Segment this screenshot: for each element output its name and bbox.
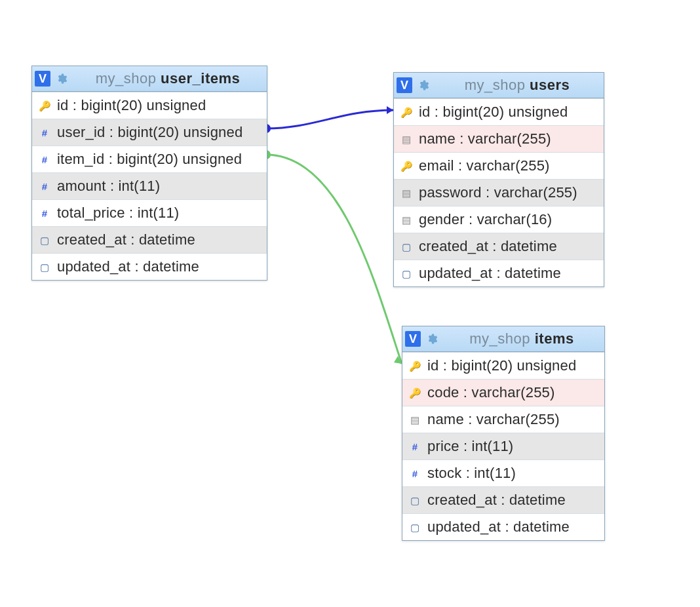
column-label: password : varchar(255): [419, 184, 577, 201]
column-id[interactable]: 🔑id : bigint(20) unsigned: [32, 92, 267, 119]
column-label: item_id : bigint(20) unsigned: [57, 151, 242, 168]
column-label: price : int(11): [427, 438, 513, 455]
date-icon: ▢: [39, 262, 50, 272]
date-icon: ▢: [39, 235, 50, 245]
table-title-user-items: my_shop user_items: [73, 70, 263, 87]
gear-icon[interactable]: [54, 71, 69, 86]
column-label: id : bigint(20) unsigned: [419, 104, 568, 121]
text-icon: ▤: [400, 215, 412, 225]
column-code[interactable]: 🔑code : varchar(255): [402, 379, 604, 406]
date-icon: ▢: [400, 269, 412, 279]
number-icon: #: [39, 155, 50, 165]
column-label: gender : varchar(16): [419, 211, 552, 228]
table-header-users[interactable]: V my_shop users: [394, 73, 604, 98]
date-icon: ▢: [409, 522, 421, 532]
table-user-items[interactable]: V my_shop user_items 🔑id : bigint(20) un…: [31, 66, 267, 281]
column-amount[interactable]: #amount : int(11): [32, 172, 267, 199]
text-icon: ▤: [400, 134, 412, 144]
date-icon: ▢: [409, 496, 421, 505]
text-icon: ▤: [400, 188, 412, 198]
key-icon: 🔑: [400, 108, 412, 117]
table-header-items[interactable]: V my_shop items: [402, 326, 604, 352]
view-badge-icon: V: [397, 77, 412, 93]
relation-user: [266, 110, 393, 128]
column-label: email : varchar(255): [419, 157, 550, 174]
key-icon: 🔑: [400, 161, 412, 171]
column-stock[interactable]: #stock : int(11): [402, 460, 604, 486]
column-label: id : bigint(20) unsigned: [427, 357, 576, 374]
column-label: code : varchar(255): [427, 384, 555, 401]
column-gender[interactable]: ▤gender : varchar(16): [394, 206, 604, 233]
column-updated-at[interactable]: ▢updated_at : datetime: [402, 513, 604, 540]
column-updated-at[interactable]: ▢updated_at : datetime: [32, 253, 267, 280]
key-icon: 🔑: [409, 388, 421, 398]
column-label: updated_at : datetime: [419, 265, 561, 282]
relation-item-arrow: [394, 356, 402, 364]
column-label: user_id : bigint(20) unsigned: [57, 124, 243, 141]
gear-icon[interactable]: [425, 332, 439, 346]
column-id[interactable]: 🔑id : bigint(20) unsigned: [394, 98, 604, 125]
column-name[interactable]: ▤name : varchar(255): [402, 406, 604, 433]
relation-user-arrow: [387, 106, 393, 114]
gear-icon[interactable]: [416, 78, 431, 92]
column-label: created_at : datetime: [419, 238, 557, 255]
column-id[interactable]: 🔑id : bigint(20) unsigned: [402, 352, 604, 379]
column-created-at[interactable]: ▢created_at : datetime: [32, 226, 267, 253]
column-user-id[interactable]: #user_id : bigint(20) unsigned: [32, 119, 267, 146]
number-icon: #: [39, 208, 50, 218]
number-icon: #: [39, 128, 50, 138]
column-total-price[interactable]: #total_price : int(11): [32, 199, 267, 226]
column-created-at[interactable]: ▢created_at : datetime: [402, 486, 604, 513]
number-icon: #: [409, 469, 421, 479]
table-items[interactable]: V my_shop items 🔑id : bigint(20) unsigne…: [402, 326, 605, 541]
column-label: created_at : datetime: [427, 492, 566, 509]
column-created-at[interactable]: ▢created_at : datetime: [394, 233, 604, 260]
view-badge-icon: V: [405, 331, 421, 347]
column-password[interactable]: ▤password : varchar(255): [394, 179, 604, 206]
column-label: amount : int(11): [57, 178, 160, 195]
column-label: updated_at : datetime: [427, 519, 570, 536]
table-header-user-items[interactable]: V my_shop user_items: [32, 66, 267, 92]
number-icon: #: [39, 182, 50, 191]
column-label: name : varchar(255): [419, 130, 551, 147]
key-icon: 🔑: [39, 101, 50, 111]
number-icon: #: [409, 442, 421, 452]
column-label: stock : int(11): [427, 465, 516, 482]
column-item-id[interactable]: #item_id : bigint(20) unsigned: [32, 146, 267, 172]
column-label: created_at : datetime: [57, 231, 195, 248]
relation-item: [266, 155, 402, 364]
date-icon: ▢: [400, 242, 412, 252]
column-label: id : bigint(20) unsigned: [57, 97, 206, 114]
view-badge-icon: V: [35, 71, 50, 87]
table-users[interactable]: V my_shop users 🔑id : bigint(20) unsigne…: [393, 72, 604, 287]
table-title-users: my_shop users: [435, 77, 600, 94]
table-title-items: my_shop items: [443, 330, 600, 347]
column-name[interactable]: ▤name : varchar(255): [394, 125, 604, 152]
text-icon: ▤: [409, 415, 421, 425]
column-price[interactable]: #price : int(11): [402, 433, 604, 460]
column-email[interactable]: 🔑email : varchar(255): [394, 152, 604, 179]
column-updated-at[interactable]: ▢updated_at : datetime: [394, 260, 604, 286]
column-label: name : varchar(255): [427, 411, 560, 428]
column-label: total_price : int(11): [57, 205, 179, 222]
column-label: updated_at : datetime: [57, 258, 199, 275]
key-icon: 🔑: [409, 361, 421, 371]
